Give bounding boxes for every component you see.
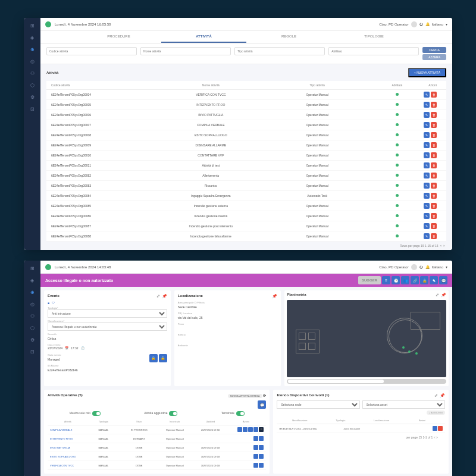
delete-button[interactable]: 🗑 [431,152,437,158]
edit-button[interactable]: ✎ [424,152,430,158]
table-row[interactable]: 6E24efTenantP05ysOrg00083RiscontroOperat… [46,181,446,191]
action-button[interactable] [237,427,242,432]
suggest-button[interactable]: SUGGER [358,276,381,284]
ops-row[interactable]: INVIO PATTUGLIAMANUALDONEOperator Manual… [48,443,266,452]
action-button[interactable]: 💬 [439,276,447,284]
action-button[interactable] [253,436,258,441]
delete-button[interactable]: 🗑 [431,102,437,108]
sidebar-item-icon[interactable]: ⊡ [29,106,35,112]
edit-button[interactable]: ✎ [424,223,430,229]
table-row[interactable]: 6E24efTenantP05ysOrg00084Ingaggio Squadr… [46,191,446,201]
plan-scrollbar[interactable] [287,379,446,384]
sidebar-item-icon[interactable]: ◈ [29,277,35,283]
floorplan-viewer[interactable] [287,300,446,377]
tab-regole[interactable]: REGOLE [246,31,331,43]
table-row[interactable]: 6E24efTenantP05ysOrg00082AllertamentoOpe… [46,171,446,181]
filter-status-select[interactable] [328,47,419,55]
clock-icon[interactable]: 🕐 [81,346,84,350]
table-row[interactable]: 6E24efTenantP05ysOrg00011Attività di tes… [46,161,446,171]
edit-button[interactable]: ✎ [424,233,430,239]
tipologia-select[interactable]: Anti intrusione [48,309,167,318]
asset-select[interactable]: Seleziona asset [362,400,445,409]
user-area[interactable]: Ciao, PD Operator ⏻ 🔔 Italiano ▾ [379,21,447,27]
lang-select[interactable]: Italiano [432,23,443,26]
table-row[interactable]: 6E24efTenantP05ysOrg00088Incendio gestio… [46,231,446,242]
unlock-button[interactable]: 🔓 [159,354,167,362]
table-row[interactable]: 6E24efTenantP05ysOrg00005INTERVENTO FF.O… [46,100,446,110]
action-button[interactable]: ≡ [382,276,390,284]
sidebar-item-icon[interactable]: ⊡ [29,349,35,355]
tab-procedure[interactable]: PROCEDURE [76,31,161,43]
delete-button[interactable]: 🗑 [431,112,437,118]
table-row[interactable]: 6E24efTenantP05ysOrg00006INVIO PATTUGLIA… [46,110,446,120]
sidebar-settings-icon[interactable]: ⚙ [29,337,35,343]
delete-button[interactable]: 🗑 [431,183,437,189]
toggle-terminated[interactable] [236,411,245,416]
toggle-mine[interactable] [92,411,101,416]
tab-attivita[interactable]: ATTIVITÀ [161,31,246,43]
toggle-additional[interactable] [169,411,177,416]
action-button[interactable] [259,436,264,441]
sidebar-item-icon[interactable]: ◎ [29,301,35,307]
action-button[interactable]: 👥 [401,276,409,284]
th-type[interactable]: Tipo attività [264,83,371,87]
avatar[interactable] [411,21,417,27]
reset-button[interactable]: AZZERA [422,54,446,60]
action-button[interactable] [253,445,258,450]
sidebar-item-icon[interactable]: ⬡ [29,82,35,88]
sidebar-home-icon[interactable]: ⊞ [29,265,35,271]
sede-select[interactable]: Seleziona sede [277,400,359,409]
tab-tipologie[interactable]: TIPOLOGIE [331,31,416,43]
ops-row[interactable]: INTERVENTO FF.OOMANUALDORMANTOperator Ma… [48,434,266,443]
pin-icon[interactable]: 📌 [441,293,446,298]
edit-button[interactable]: ✎ [424,112,430,118]
table-row[interactable]: 6E24efTenantP05ysOrg00086Incendio gestio… [46,211,446,221]
edit-button[interactable]: ✎ [424,173,430,178]
sidebar-users-icon[interactable]: ⚇ [29,313,35,319]
action-button[interactable] [253,463,258,468]
th-code[interactable]: Codice attività [51,83,158,87]
lang-select[interactable]: Italiano [432,265,443,269]
pin-icon[interactable]: 📌 [162,294,167,299]
action-button[interactable] [259,445,264,450]
edit-button[interactable]: ✎ [424,162,430,168]
sidebar-item-icon[interactable]: ⬡ [29,325,35,331]
device-pagination[interactable]: per page 15 1-1 of 1 < > [277,433,445,441]
table-row[interactable]: 6E24efTenantP05ysOrg00087Incendio gestio… [46,221,446,231]
action-button[interactable]: 🔗 [411,276,419,284]
new-activity-ext-button[interactable]: NUOVA ATTIVITÀ ESTESA [228,394,262,398]
delete-button[interactable]: 🗑 [431,203,437,209]
edit-button[interactable]: ✎ [424,213,430,219]
edit-button[interactable]: ✎ [424,102,430,108]
filter-type-select[interactable] [234,47,325,55]
table-row[interactable]: 6E24efTenantP05ysOrg00004VERIFICA CON TV… [46,90,446,100]
th-status[interactable]: Abilitata [371,83,424,87]
edit-button[interactable]: ✎ [424,132,430,138]
action-button[interactable] [253,454,258,459]
ops-row[interactable]: VERIFICA CON TVCCMANUALDONEOperator Manu… [48,461,266,470]
lock-button[interactable]: 🔒 [149,354,158,362]
action-button[interactable]: ✎ [430,276,438,284]
delete-button[interactable]: 🗑 [431,223,437,229]
th-name[interactable]: Nome attività [158,83,264,87]
search-button[interactable]: CERCA [422,47,446,53]
expand-icon[interactable]: ⤢ [434,393,438,398]
pagination[interactable]: Rows per page 15 1-15 of 15 < > [40,242,452,250]
filter-code-input[interactable] [46,47,137,55]
edit-button[interactable]: ✎ [424,122,430,128]
action-button[interactable] [259,454,264,459]
bell-icon[interactable]: 🔔 [425,265,430,269]
pin-icon[interactable]: 📌 [440,393,445,398]
avatar[interactable] [411,264,417,270]
delete-button[interactable]: 🗑 [431,173,437,178]
action-button[interactable] [243,427,248,432]
chevron-down-icon[interactable]: ▾ [446,22,447,26]
bell-icon[interactable]: 🔔 [425,22,430,26]
add-device-button[interactable]: + AGGIUNGI [427,411,445,415]
ops-row[interactable]: COMPILA VERBALEMANUALIN PROGRESSOperator… [48,425,266,434]
expand-icon[interactable]: ⤢ [156,294,160,299]
chevron-down-icon[interactable]: ▾ [446,265,447,269]
sidebar-item-active-icon[interactable]: ⊕ [29,289,35,295]
edit-button[interactable]: ✎ [424,183,430,189]
new-activity-button[interactable]: + NUOVA ATTIVITÀ [408,68,446,77]
